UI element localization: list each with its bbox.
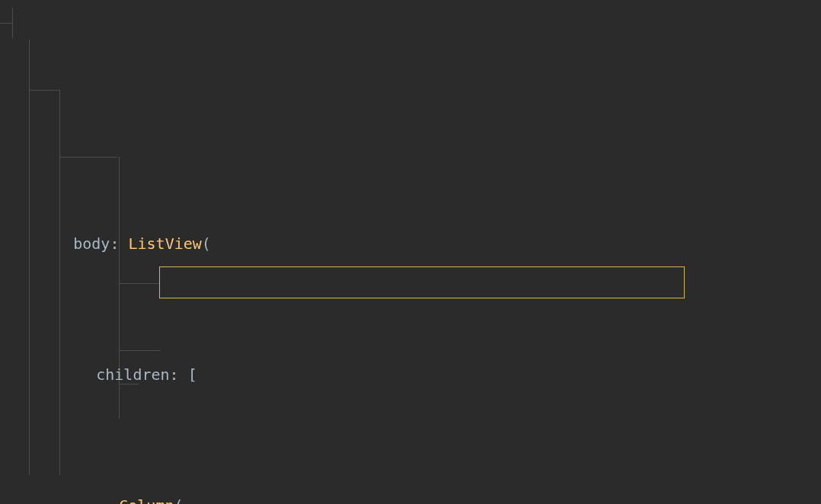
code-line[interactable]: Column( [0,489,821,504]
code-line[interactable]: body: ListView( [0,227,821,260]
param-label: children: [ [96,365,196,384]
code-line[interactable]: children: [ [0,358,821,391]
class-name: ListView [129,234,202,253]
code-editor-view[interactable]: body: ListView( children: [ Column( chil… [0,8,821,504]
param-label: body: [73,234,128,253]
selection-highlight [159,266,685,298]
punct: ( [202,234,211,253]
punct: ( [174,496,184,504]
class-name: Column [119,496,174,504]
